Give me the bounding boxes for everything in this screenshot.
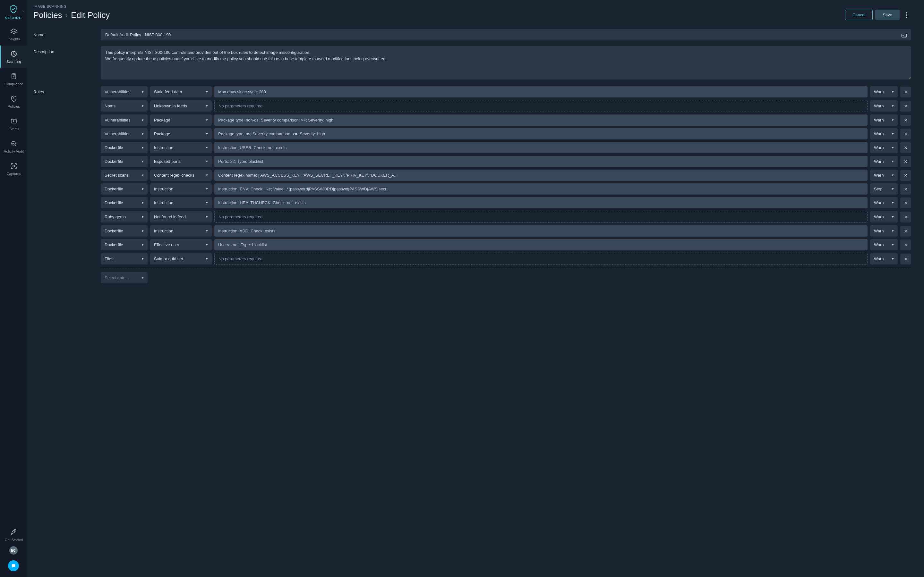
rule-trigger-select[interactable]: Unknown in feeds▾ bbox=[150, 100, 212, 111]
id-card-icon bbox=[901, 32, 907, 40]
delete-rule-button[interactable] bbox=[900, 253, 911, 264]
delete-rule-button[interactable] bbox=[900, 142, 911, 153]
rule-params[interactable]: Instruction: HEALTHCHECK; Check: not_exi… bbox=[214, 197, 867, 208]
sidebar-item-label: Insights bbox=[8, 37, 20, 41]
rule-params[interactable]: Users: root; Type: blacklist bbox=[214, 239, 867, 250]
select-value: Stop bbox=[874, 187, 883, 191]
rule-action-select[interactable]: Warn▾ bbox=[870, 86, 898, 97]
rule-params[interactable]: Content regex name: ['AWS_ACCESS_KEY', '… bbox=[214, 169, 867, 181]
rule-params-empty: No parameters required bbox=[214, 211, 867, 223]
rule-gate-select[interactable]: Dockerfile▾ bbox=[101, 239, 148, 250]
delete-rule-button[interactable] bbox=[900, 115, 911, 126]
sidebar-item-label: Scanning bbox=[6, 60, 21, 63]
rule-params[interactable]: Instruction: USER; Check: not_exists bbox=[214, 142, 867, 153]
select-value: Files bbox=[105, 256, 113, 261]
chevron-down-icon: ▾ bbox=[892, 257, 894, 261]
rule-params[interactable]: Max days since sync: 300 bbox=[214, 86, 867, 97]
rule-params[interactable]: Instruction: ADD; Check: exists bbox=[214, 226, 867, 237]
chevron-down-icon: ▾ bbox=[206, 229, 208, 233]
rule-trigger-select[interactable]: Instruction▾ bbox=[150, 142, 212, 153]
rule-action-select[interactable]: Warn▾ bbox=[870, 114, 898, 126]
more-menu-button[interactable] bbox=[902, 10, 911, 20]
rule-trigger-select[interactable]: Suid or guid set▾ bbox=[150, 253, 212, 264]
rule-gate-select[interactable]: Secret scans▾ bbox=[101, 169, 148, 181]
chevron-down-icon: ▾ bbox=[892, 187, 894, 191]
delete-rule-button[interactable] bbox=[900, 226, 911, 237]
rule-trigger-select[interactable]: Effective user▾ bbox=[150, 239, 212, 250]
rule-gate-select[interactable]: Ruby gems▾ bbox=[101, 211, 148, 222]
delete-rule-button[interactable] bbox=[900, 101, 911, 111]
breadcrumb-root[interactable]: Policies bbox=[33, 10, 62, 20]
rule-trigger-select[interactable]: Instruction▾ bbox=[150, 183, 212, 195]
rule-gate-select[interactable]: Dockerfile▾ bbox=[101, 142, 148, 153]
rule-params[interactable]: Package type: os; Severity comparison: >… bbox=[214, 128, 867, 139]
sidebar-item-compliance[interactable]: Compliance bbox=[0, 68, 27, 90]
delete-rule-button[interactable] bbox=[900, 239, 911, 250]
rule-trigger-select[interactable]: Content regex checks▾ bbox=[150, 169, 212, 181]
save-button[interactable]: Save bbox=[875, 10, 900, 20]
delete-rule-button[interactable] bbox=[900, 87, 911, 97]
rule-trigger-select[interactable]: Instruction▾ bbox=[150, 226, 212, 237]
rule-gate-select[interactable]: Dockerfile▾ bbox=[101, 226, 148, 237]
rule-action-select[interactable]: Warn▾ bbox=[870, 142, 898, 153]
avatar[interactable]: EC bbox=[9, 546, 18, 554]
rule-trigger-select[interactable]: Package▾ bbox=[150, 128, 212, 139]
rule-action-select[interactable]: Warn▾ bbox=[870, 253, 898, 264]
sidebar-item-get-started[interactable]: Get Started bbox=[4, 524, 23, 546]
delete-rule-button[interactable] bbox=[900, 184, 911, 195]
logo[interactable]: SECURE bbox=[5, 4, 22, 20]
rule-action-select[interactable]: Warn▾ bbox=[870, 226, 898, 237]
rule-action-select[interactable]: Warn▾ bbox=[870, 211, 898, 222]
select-value: Warn bbox=[874, 103, 884, 108]
rule-trigger-select[interactable]: Exposed ports▾ bbox=[150, 156, 212, 167]
sidebar-item-captures[interactable]: Captures bbox=[0, 158, 27, 180]
chevron-down-icon: ▾ bbox=[142, 118, 144, 122]
rule-trigger-select[interactable]: Not found in feed▾ bbox=[150, 211, 212, 222]
rule-gate-select[interactable]: Dockerfile▾ bbox=[101, 183, 148, 195]
rule-gate-select[interactable]: Files▾ bbox=[101, 253, 148, 264]
chevron-down-icon: ▾ bbox=[892, 215, 894, 219]
delete-rule-button[interactable] bbox=[900, 129, 911, 139]
sidebar-item-insights[interactable]: Insights bbox=[0, 23, 27, 45]
rule-gate-select[interactable]: Npms▾ bbox=[101, 100, 148, 111]
rule-action-select[interactable]: Warn▾ bbox=[870, 169, 898, 181]
chevron-down-icon: ▾ bbox=[142, 276, 144, 280]
rule-row: Npms▾Unknown in feeds▾No parameters requ… bbox=[101, 100, 911, 112]
add-rule-gate-select[interactable]: Select gate...▾ bbox=[101, 272, 148, 284]
rule-trigger-select[interactable]: Instruction▾ bbox=[150, 197, 212, 208]
rule-action-select[interactable]: Warn▾ bbox=[870, 197, 898, 208]
rule-trigger-select[interactable]: Package▾ bbox=[150, 114, 212, 126]
rule-gate-select[interactable]: Vulnerabilities▾ bbox=[101, 114, 148, 126]
rule-gate-select[interactable]: Vulnerabilities▾ bbox=[101, 128, 148, 139]
delete-rule-button[interactable] bbox=[900, 156, 911, 167]
chat-button[interactable] bbox=[8, 560, 19, 571]
rule-action-select[interactable]: Stop▾ bbox=[870, 183, 898, 195]
rule-row: Files▾Suid or guid set▾No parameters req… bbox=[101, 253, 911, 265]
policies-icon bbox=[10, 95, 18, 103]
chevron-down-icon: ▾ bbox=[206, 159, 208, 163]
rule-params[interactable]: Instruction: ENV; Check: like; Value: .*… bbox=[214, 183, 867, 195]
rule-gate-select[interactable]: Dockerfile▾ bbox=[101, 156, 148, 167]
delete-rule-button[interactable] bbox=[900, 197, 911, 208]
rule-action-select[interactable]: Warn▾ bbox=[870, 100, 898, 111]
chevron-down-icon: ▾ bbox=[206, 243, 208, 247]
cancel-button[interactable]: Cancel bbox=[845, 10, 873, 20]
sidebar-item-policies[interactable]: Policies bbox=[0, 90, 27, 113]
description-textarea[interactable] bbox=[101, 46, 911, 79]
delete-rule-button[interactable] bbox=[900, 211, 911, 222]
rule-action-select[interactable]: Warn▾ bbox=[870, 156, 898, 167]
name-input[interactable] bbox=[101, 29, 911, 40]
rule-action-select[interactable]: Warn▾ bbox=[870, 128, 898, 139]
select-value: Warn bbox=[874, 242, 884, 247]
rule-gate-select[interactable]: Vulnerabilities▾ bbox=[101, 86, 148, 97]
rule-trigger-select[interactable]: Stale feed data▾ bbox=[150, 86, 212, 97]
rule-action-select[interactable]: Warn▾ bbox=[870, 239, 898, 250]
rule-gate-select[interactable]: Dockerfile▾ bbox=[101, 197, 148, 208]
sidebar-item-events[interactable]: Events bbox=[0, 113, 27, 135]
sidebar-item-scanning[interactable]: Scanning bbox=[0, 45, 27, 68]
rule-params[interactable]: Package type: non-os; Severity compariso… bbox=[214, 114, 867, 126]
delete-rule-button[interactable] bbox=[900, 170, 911, 181]
sidebar-item-activity[interactable]: Activity Audit bbox=[0, 135, 27, 158]
select-value: Effective user bbox=[154, 242, 179, 247]
rule-params[interactable]: Ports: 22; Type: blacklist bbox=[214, 156, 867, 167]
